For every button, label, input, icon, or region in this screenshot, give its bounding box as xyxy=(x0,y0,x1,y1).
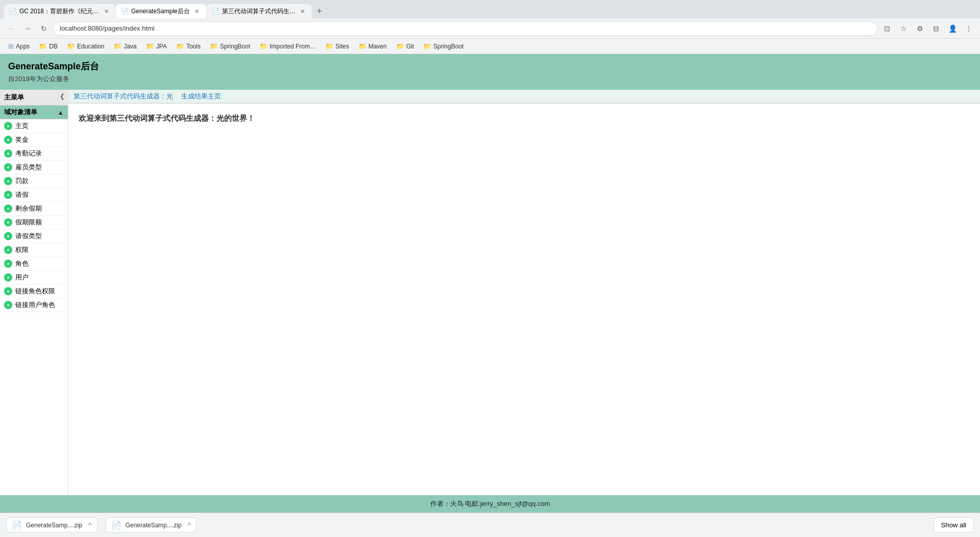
tab-3-favicon: 📄 xyxy=(212,8,219,15)
menu-icon-remaining-leave: + xyxy=(4,204,12,213)
menu-label-bonus: 奖金 xyxy=(15,135,29,144)
breadcrumb-item-2[interactable]: 生成结果主页 xyxy=(181,92,221,101)
profile-button[interactable]: 👤 xyxy=(945,21,960,36)
reload-button[interactable]: ↻ xyxy=(37,21,51,36)
springboot2-folder-icon: 📁 xyxy=(423,42,431,50)
download-item-2[interactable]: 📄 GenerateSamp....zip ^ xyxy=(106,518,197,532)
sidebar-item-permission[interactable]: + 权限 xyxy=(0,243,68,257)
sidebar-item-employee-type[interactable]: + 雇员类型 xyxy=(0,161,68,174)
bookmark-db[interactable]: 📁 DB xyxy=(35,41,62,52)
menu-label-employee-type: 雇员类型 xyxy=(15,163,42,172)
download-bar: 📄 GenerateSamp....zip ^ 📄 GenerateSamp..… xyxy=(0,513,980,537)
tab-2-close[interactable]: ✕ xyxy=(193,7,201,15)
sidebar-collapse-button[interactable]: 《 xyxy=(57,93,64,102)
menu-icon-leave-quota: + xyxy=(4,218,12,226)
sidebar-item-leave-type[interactable]: + 请假类型 xyxy=(0,229,68,243)
sidebar-item-attendance[interactable]: + 考勤记录 xyxy=(0,147,68,161)
bookmark-java[interactable]: 📁 Java xyxy=(109,41,140,52)
tab-3[interactable]: 📄 第三代动词算子式代码生… ✕ xyxy=(207,4,312,18)
sidebar-main-menu-label: 主菜单 xyxy=(4,93,24,102)
bookmark-git[interactable]: 📁 Git xyxy=(392,41,418,52)
menu-button[interactable]: ⋮ xyxy=(962,21,976,36)
tab-2-favicon: 📄 xyxy=(121,8,128,15)
apps-icon: ⊞ xyxy=(8,42,14,50)
extensions-button[interactable]: ⚙ xyxy=(913,21,927,36)
browser-actions: ⊡ ☆ ⚙ ⊟ 👤 ⋮ xyxy=(880,21,976,36)
sidebar-item-leave-quota[interactable]: + 假期限额 xyxy=(0,216,68,229)
sidebar-header: 主菜单 《 xyxy=(0,90,68,106)
menu-icon-permission: + xyxy=(4,246,12,254)
download-item-1[interactable]: 📄 GenerateSamp....zip ^ xyxy=(6,518,97,532)
imported-folder-icon: 📁 xyxy=(259,42,267,50)
menu-icon-leave-type: + xyxy=(4,232,12,240)
browser-chrome: 📄 GC 2018：育碧新作《纪元… ✕ 📄 GenerateSample后台 … xyxy=(0,0,980,54)
sidebar-item-remaining-leave[interactable]: + 剩余假期 xyxy=(0,202,68,216)
java-folder-icon: 📁 xyxy=(113,42,121,50)
sidebar-item-link-role-permission[interactable]: + 链接角色权限 xyxy=(0,285,68,298)
bookmark-education[interactable]: 📁 Education xyxy=(63,41,108,52)
sidebar-item-link-user-role[interactable]: + 链接用户角色 xyxy=(0,298,68,312)
bookmark-apps-label: Apps xyxy=(16,43,30,50)
bookmark-sites-label: Sites xyxy=(335,43,349,50)
content-area: 欢迎来到第三代动词算子式代码生成器：光的世界！ xyxy=(68,104,980,495)
menu-label-penalty: 罚款 xyxy=(15,176,29,186)
education-folder-icon: 📁 xyxy=(67,42,75,50)
filter-button[interactable]: ⊟ xyxy=(929,21,943,36)
download-name-1: GenerateSamp....zip xyxy=(26,522,82,529)
address-bar[interactable] xyxy=(53,21,878,36)
bookmark-apps[interactable]: ⊞ Apps xyxy=(4,41,34,52)
bookmarks-bar: ⊞ Apps 📁 DB 📁 Education 📁 Java 📁 JPA 📁 T… xyxy=(0,39,980,54)
sidebar-item-role[interactable]: + 角色 xyxy=(0,257,68,271)
download-name-2: GenerateSamp....zip xyxy=(126,522,182,529)
sidebar: 主菜单 《 域对象清单 ▲ + 主页 + 奖金 + 考勤记录 + 雇员类型 xyxy=(0,90,68,495)
tab-2[interactable]: 📄 GenerateSample后台 ✕ xyxy=(116,4,206,18)
menu-icon-link-role-permission: + xyxy=(4,287,12,295)
menu-icon-user: + xyxy=(4,273,12,282)
bookmark-maven[interactable]: 📁 Maven xyxy=(354,41,391,52)
bookmark-imported[interactable]: 📁 Imported From… xyxy=(255,41,320,52)
tab-3-close[interactable]: ✕ xyxy=(299,7,307,15)
sidebar-item-leave[interactable]: + 请假 xyxy=(0,188,68,202)
sidebar-item-home[interactable]: + 主页 xyxy=(0,119,68,133)
bookmark-tools-label: Tools xyxy=(186,43,201,50)
bookmark-springboot[interactable]: 📁 SpringBoot xyxy=(206,41,254,52)
site-header: GenerateSample后台 自2018年为公众服务 xyxy=(0,54,980,90)
forward-button[interactable]: → xyxy=(20,21,35,36)
back-button[interactable]: ← xyxy=(4,21,18,36)
download-icon-2: 📄 xyxy=(111,520,121,530)
menu-icon-bonus: + xyxy=(4,136,12,144)
download-1-close[interactable]: ^ xyxy=(88,521,92,529)
menu-label-leave: 请假 xyxy=(15,190,29,199)
bookmark-maven-label: Maven xyxy=(369,43,387,50)
menu-label-home: 主页 xyxy=(15,121,29,131)
tab-1-close[interactable]: ✕ xyxy=(102,7,110,15)
sidebar-section-toggle[interactable]: ▲ xyxy=(57,109,64,116)
menu-label-link-role-permission: 链接角色权限 xyxy=(15,287,55,296)
cast-button[interactable]: ⊡ xyxy=(880,21,894,36)
sidebar-item-bonus[interactable]: + 奖金 xyxy=(0,133,68,147)
breadcrumb-item-1[interactable]: 第三代动词算子式代码生成器：光 xyxy=(74,92,173,101)
bookmark-springboot2[interactable]: 📁 SpringBoot xyxy=(419,41,468,52)
bookmark-tools[interactable]: 📁 Tools xyxy=(172,41,205,52)
browser-controls: ← → ↻ ⊡ ☆ ⚙ ⊟ 👤 ⋮ xyxy=(0,18,980,39)
download-icon-1: 📄 xyxy=(12,520,22,530)
sidebar-item-penalty[interactable]: + 罚款 xyxy=(0,174,68,188)
download-2-close[interactable]: ^ xyxy=(188,521,191,529)
menu-label-leave-type: 请假类型 xyxy=(15,232,42,241)
tab-1[interactable]: 📄 GC 2018：育碧新作《纪元… ✕ xyxy=(4,4,115,18)
sidebar-item-user[interactable]: + 用户 xyxy=(0,271,68,285)
db-folder-icon: 📁 xyxy=(39,42,47,50)
jpa-folder-icon: 📁 xyxy=(146,42,154,50)
menu-label-leave-quota: 假期限额 xyxy=(15,218,42,227)
springboot-folder-icon: 📁 xyxy=(210,42,218,50)
bookmark-jpa[interactable]: 📁 JPA xyxy=(142,41,171,52)
maven-folder-icon: 📁 xyxy=(358,42,366,50)
bookmark-springboot-label: SpringBoot xyxy=(220,43,250,50)
bookmark-button[interactable]: ☆ xyxy=(896,21,911,36)
show-all-button[interactable]: Show all xyxy=(934,518,974,532)
breadcrumb: 第三代动词算子式代码生成器：光 生成结果主页 xyxy=(68,90,980,104)
bookmark-sites[interactable]: 📁 Sites xyxy=(321,41,353,52)
sites-folder-icon: 📁 xyxy=(325,42,333,50)
tab-1-title: GC 2018：育碧新作《纪元… xyxy=(19,7,99,16)
new-tab-button[interactable]: + xyxy=(312,4,327,18)
